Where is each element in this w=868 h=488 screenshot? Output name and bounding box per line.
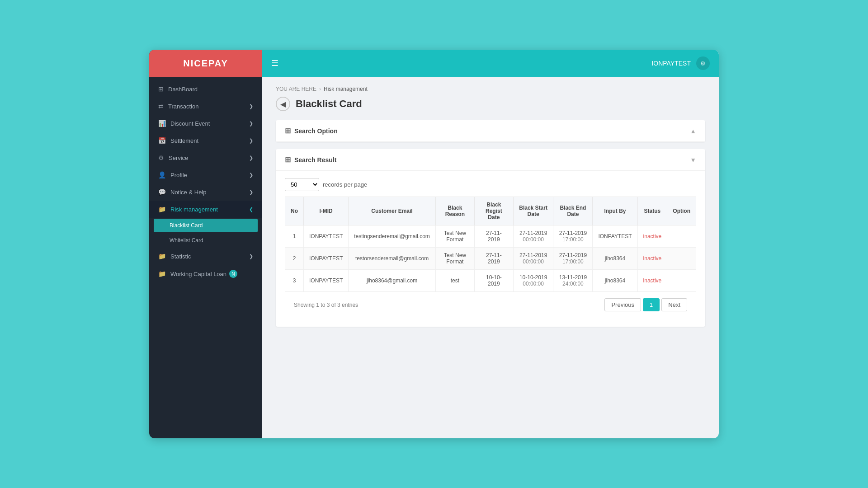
chevron-right-icon: ❯ bbox=[249, 103, 253, 109]
cell-option[interactable] bbox=[667, 270, 696, 292]
topbar-right: IONPAYTEST ⚙ bbox=[651, 56, 710, 70]
pagination: Previous 1 Next bbox=[604, 298, 687, 311]
sidebar-item-label: DashBoard bbox=[168, 86, 198, 93]
search-option-toggle[interactable]: ▲ bbox=[690, 127, 696, 135]
cell-no: 2 bbox=[285, 248, 304, 270]
cell-no: 1 bbox=[285, 225, 304, 248]
chevron-right-icon: ❯ bbox=[249, 121, 253, 127]
topbar: ☰ IONPAYTEST ⚙ bbox=[262, 50, 719, 77]
sidebar-item-settlement[interactable]: 📅 Settlement ❯ bbox=[149, 132, 262, 149]
transaction-icon: ⇄ bbox=[158, 103, 164, 110]
cell-status: inactive bbox=[637, 270, 667, 292]
settlement-icon: 📅 bbox=[158, 137, 166, 144]
cell-reason: Test New Format bbox=[435, 225, 474, 248]
sidebar-item-label: Risk management bbox=[170, 206, 218, 213]
grid-icon: ⊞ bbox=[285, 127, 291, 135]
chevron-right-icon: ❯ bbox=[249, 189, 253, 195]
breadcrumb-home: YOU ARE HERE bbox=[276, 86, 316, 92]
settings-button[interactable]: ⚙ bbox=[696, 56, 710, 70]
profile-icon: 👤 bbox=[158, 171, 166, 178]
sidebar-sub-item-whitelist-card[interactable]: Whitelist Card bbox=[149, 233, 262, 248]
cell-imid: IONPAYTEST bbox=[304, 270, 349, 292]
records-per-page-label: records per page bbox=[323, 181, 367, 188]
cell-email: testorsenderemail@gmail.com bbox=[349, 248, 436, 270]
main-area: ☰ IONPAYTEST ⚙ YOU ARE HERE › Risk manag… bbox=[262, 50, 719, 438]
cell-regist-date: 27-11-2019 bbox=[474, 225, 513, 248]
sidebar-item-notice-help[interactable]: 💬 Notice & Help ❯ bbox=[149, 183, 262, 201]
cell-email: testingsenderemail@gmail.com bbox=[349, 225, 436, 248]
cell-no: 3 bbox=[285, 270, 304, 292]
chevron-right-icon: ❯ bbox=[249, 155, 253, 161]
risk-management-icon: 📁 bbox=[158, 206, 166, 213]
sidebar-item-discount-event[interactable]: 📊 Discount Event ❯ bbox=[149, 115, 262, 132]
back-button[interactable]: ◀ bbox=[276, 97, 290, 111]
sidebar: NICEPAY ⊞ DashBoard ⇄ Transaction ❯ 📊 Di… bbox=[149, 50, 262, 438]
page-1-button[interactable]: 1 bbox=[643, 298, 660, 311]
sub-item-label: Blacklist Card bbox=[170, 222, 203, 229]
chevron-right-icon: ❯ bbox=[249, 253, 253, 259]
sidebar-brand: NICEPAY bbox=[149, 50, 262, 77]
sidebar-item-working-capital-loan[interactable]: 📁 Working Capital Loan N bbox=[149, 265, 262, 283]
sidebar-item-label: Discount Event bbox=[170, 120, 210, 127]
cell-reason: Test New Format bbox=[435, 248, 474, 270]
col-option: Option bbox=[667, 197, 696, 225]
notice-icon: 💬 bbox=[158, 188, 166, 196]
cell-end-date: 13-11-201924:00:00 bbox=[553, 270, 593, 292]
gear-icon: ⚙ bbox=[700, 60, 706, 67]
table-row: 1 IONPAYTEST testingsenderemail@gmail.co… bbox=[285, 225, 696, 248]
working-capital-icon: 📁 bbox=[158, 270, 166, 277]
search-result-toggle[interactable]: ▼ bbox=[690, 156, 696, 164]
search-option-panel: ⊞ Search Option ▲ bbox=[276, 120, 705, 142]
search-option-panel-header[interactable]: ⊞ Search Option ▲ bbox=[276, 120, 705, 142]
sidebar-item-profile[interactable]: 👤 Profile ❯ bbox=[149, 166, 262, 183]
cell-regist-date: 10-10-2019 bbox=[474, 270, 513, 292]
col-status: Status bbox=[637, 197, 667, 225]
sidebar-item-dashboard[interactable]: ⊞ DashBoard bbox=[149, 80, 262, 98]
cell-regist-date: 27-11-2019 bbox=[474, 248, 513, 270]
chevron-right-icon: ❯ bbox=[249, 172, 253, 178]
search-result-panel-header[interactable]: ⊞ Search Result ▼ bbox=[276, 149, 705, 171]
content-area: YOU ARE HERE › Risk management ◀ Blackli… bbox=[262, 77, 719, 438]
search-result-panel: ⊞ Search Result ▼ 10 25 50 100 records p… bbox=[276, 149, 705, 327]
table-controls: 10 25 50 100 records per page bbox=[276, 171, 705, 197]
cell-end-date: 27-11-201917:00:00 bbox=[553, 248, 593, 270]
page-header: ◀ Blacklist Card bbox=[276, 97, 705, 111]
search-option-title: ⊞ Search Option bbox=[285, 127, 338, 135]
grid-icon-2: ⊞ bbox=[285, 155, 291, 164]
sidebar-item-transaction[interactable]: ⇄ Transaction ❯ bbox=[149, 98, 262, 115]
discount-event-icon: 📊 bbox=[158, 120, 166, 127]
service-icon: ⚙ bbox=[158, 154, 164, 161]
chevron-left-icon: ❮ bbox=[249, 206, 253, 212]
breadcrumb-separator: › bbox=[319, 86, 321, 92]
col-end-date: Black End Date bbox=[553, 197, 593, 225]
sidebar-item-label: Settlement bbox=[170, 137, 198, 144]
cell-option[interactable] bbox=[667, 225, 696, 248]
cell-start-date: 10-10-201900:00:00 bbox=[513, 270, 553, 292]
sidebar-item-service[interactable]: ⚙ Service ❯ bbox=[149, 149, 262, 166]
table-container: No I-MID Customer Email Black Reason Bla… bbox=[276, 197, 705, 327]
records-per-page-select[interactable]: 10 25 50 100 bbox=[285, 178, 319, 191]
sidebar-item-label: Service bbox=[169, 155, 188, 161]
sidebar-item-label: Transaction bbox=[168, 103, 198, 110]
cell-imid: IONPAYTEST bbox=[304, 225, 349, 248]
col-no: No bbox=[285, 197, 304, 225]
sidebar-item-statistic[interactable]: 📁 Statistic ❯ bbox=[149, 248, 262, 265]
cell-input-by: jiho8364 bbox=[593, 248, 637, 270]
col-start-date: Black Start Date bbox=[513, 197, 553, 225]
search-result-label: Search Result bbox=[294, 156, 336, 164]
sidebar-item-risk-management[interactable]: 📁 Risk management ❮ bbox=[149, 201, 262, 218]
sidebar-item-label: Working Capital Loan bbox=[170, 271, 226, 277]
blacklist-table: No I-MID Customer Email Black Reason Bla… bbox=[285, 197, 696, 292]
hamburger-button[interactable]: ☰ bbox=[271, 58, 278, 68]
sidebar-item-label: Notice & Help bbox=[170, 189, 206, 196]
topbar-left: ☰ bbox=[271, 58, 278, 68]
chevron-right-icon: ❯ bbox=[249, 138, 253, 144]
cell-option[interactable] bbox=[667, 248, 696, 270]
next-button[interactable]: Next bbox=[661, 298, 687, 311]
sidebar-sub-item-blacklist-card[interactable]: Blacklist Card bbox=[154, 219, 258, 232]
cell-input-by: IONPAYTEST bbox=[593, 225, 637, 248]
dashboard-icon: ⊞ bbox=[158, 85, 164, 93]
table-header-row: No I-MID Customer Email Black Reason Bla… bbox=[285, 197, 696, 225]
previous-button[interactable]: Previous bbox=[604, 298, 641, 311]
table-footer: Showing 1 to 3 of 3 entries Previous 1 N… bbox=[285, 292, 696, 318]
